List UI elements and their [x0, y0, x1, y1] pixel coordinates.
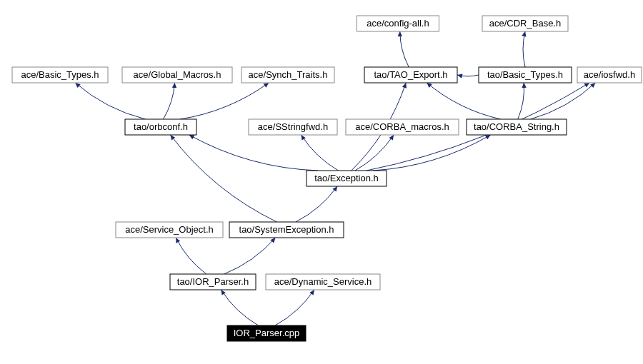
node-label: tao/Basic_Types.h: [487, 69, 563, 80]
dependency-graph: IOR_Parser.cpptao/IOR_Parser.hace/Dynami…: [0, 0, 643, 364]
edge-arrowhead: [584, 83, 589, 87]
edge-arrowhead: [264, 83, 269, 88]
node-config_all[interactable]: ace/config-all.h: [357, 16, 439, 31]
node-ior_parser_h[interactable]: tao/IOR_Parser.h: [170, 274, 256, 290]
edge-arrowhead: [221, 290, 225, 295]
edge-corba_string-to-iosfwd: [531, 83, 596, 119]
edge-basic_types_tao-to-cdr_base: [523, 31, 525, 67]
node-label: ace/Service_Object.h: [125, 224, 214, 235]
edge-ior_parser_h-to-sys_exc: [224, 238, 276, 274]
node-corba_string[interactable]: tao/CORBA_String.h: [467, 119, 567, 135]
edge-arrowhead: [309, 290, 314, 295]
edge-arrowhead: [522, 83, 527, 88]
edge-arrowhead: [170, 135, 175, 141]
edge-arrowhead: [389, 135, 394, 141]
node-label: ace/Dynamic_Service.h: [274, 276, 372, 287]
node-label: IOR_Parser.cpp: [234, 328, 300, 338]
edge-corba_string-to-basic_types_tao: [518, 83, 524, 119]
edge-arrowhead: [427, 83, 432, 88]
node-sys_exc[interactable]: tao/SystemException.h: [229, 222, 344, 238]
node-sstringfwd[interactable]: ace/SStringfwd.h: [249, 119, 337, 135]
edge-ior_parser_h-to-svc_object: [176, 238, 206, 274]
node-label: ace/config-all.h: [367, 18, 429, 29]
node-label: ace/Synch_Traits.h: [249, 69, 328, 80]
node-label: tao/IOR_Parser.h: [177, 276, 249, 287]
edge-tao_export-to-config_all: [400, 31, 409, 67]
node-label: ace/Global_Macros.h: [134, 69, 221, 80]
edge-arrowhead: [398, 31, 402, 36]
node-label: tao/orbconf.h: [134, 121, 188, 132]
node-corba_macros[interactable]: ace/CORBA_macros.h: [346, 119, 459, 135]
node-exception[interactable]: tao/Exception.h: [306, 171, 387, 186]
node-synch_traits[interactable]: ace/Synch_Traits.h: [241, 67, 334, 83]
edge-arrowhead: [172, 83, 176, 88]
edge-arrowhead: [457, 74, 463, 79]
node-global_macros[interactable]: ace/Global_Macros.h: [122, 67, 232, 83]
nodes-layer: IOR_Parser.cpptao/IOR_Parser.hace/Dynami…: [12, 16, 642, 341]
node-cdr_base[interactable]: ace/CDR_Base.h: [482, 16, 568, 31]
node-root[interactable]: IOR_Parser.cpp: [227, 325, 306, 341]
node-label: tao/TAO_Export.h: [374, 69, 447, 80]
edge-arrowhead: [332, 186, 337, 192]
node-label: ace/SStringfwd.h: [258, 121, 328, 132]
node-tao_export[interactable]: tao/TAO_Export.h: [364, 67, 457, 83]
edge-orbconf-to-basic_types_ace: [75, 83, 146, 119]
edge-arrowhead: [522, 31, 526, 37]
edge-arrowhead: [485, 135, 491, 139]
edge-root-to-dyn_service: [275, 290, 314, 325]
edge-arrowhead: [75, 83, 80, 88]
node-iosfwd[interactable]: ace/iosfwd.h: [577, 67, 642, 83]
edge-arrowhead: [402, 83, 407, 89]
node-label: ace/CORBA_macros.h: [355, 121, 449, 132]
edge-root-to-ior_parser_h: [221, 290, 258, 325]
node-svc_object[interactable]: ace/Service_Object.h: [116, 222, 223, 238]
edge-exception-to-orbconf: [189, 135, 319, 171]
edge-corba_string-to-tao_export: [427, 83, 500, 119]
node-label: ace/Basic_Types.h: [21, 69, 99, 80]
node-label: tao/Exception.h: [314, 173, 379, 183]
node-basic_types_tao[interactable]: tao/Basic_Types.h: [479, 67, 572, 83]
edge-orbconf-to-synch_traits: [180, 83, 269, 119]
edge-sys_exc-to-exception: [296, 186, 337, 222]
node-orbconf[interactable]: tao/orbconf.h: [125, 119, 196, 135]
node-label: tao/SystemException.h: [239, 224, 334, 235]
edge-orbconf-to-global_macros: [163, 83, 174, 119]
edge-sys_exc-to-orbconf: [170, 135, 276, 222]
node-dyn_service[interactable]: ace/Dynamic_Service.h: [266, 274, 380, 290]
node-label: tao/CORBA_String.h: [474, 121, 559, 132]
node-basic_types_ace[interactable]: ace/Basic_Types.h: [12, 67, 108, 83]
edge-arrowhead: [301, 135, 305, 141]
node-label: ace/iosfwd.h: [584, 69, 635, 80]
edge-exception-to-corba_macros: [355, 135, 394, 171]
node-label: ace/CDR_Base.h: [489, 18, 561, 29]
edge-exception-to-sstringfwd: [301, 135, 338, 171]
